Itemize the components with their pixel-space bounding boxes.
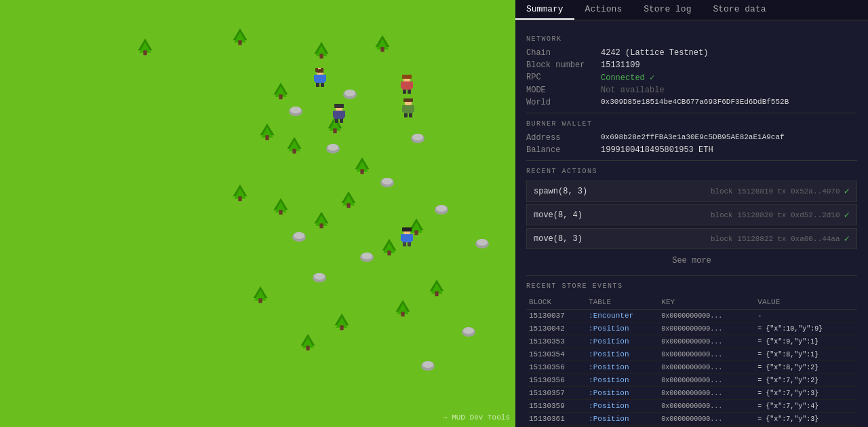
action-label-0: spawn(8, 3): [534, 187, 587, 196]
cell-value-0: -: [755, 310, 857, 322]
svg-rect-110: [402, 105, 405, 112]
svg-rect-116: [402, 234, 412, 242]
divider-3: [526, 275, 857, 276]
svg-rect-119: [403, 242, 406, 246]
svg-point-77: [294, 232, 304, 239]
cell-key-5: 0x0000000000...: [658, 374, 755, 387]
cell-value-7: = {"x":7,"y":4}: [755, 400, 857, 413]
action-item-1: move(8, 4) block 15128820 tx 0xd52..2d10…: [526, 204, 857, 225]
rock-sprite: [420, 360, 435, 371]
svg-rect-2: [143, 50, 146, 55]
svg-rect-91: [316, 83, 319, 87]
action-check-0: ✓: [844, 185, 850, 197]
svg-rect-113: [409, 113, 412, 117]
svg-rect-17: [265, 135, 269, 140]
table-row: 15130354:Position0x0000000000...= {"x":8…: [526, 348, 857, 361]
action-tx-1: tx 0xd52..2d10: [777, 211, 840, 219]
recent-store-events-section-header: RECENT STORE EVENTS: [526, 282, 857, 290]
cell-key-7: 0x0000000000...: [658, 400, 755, 413]
svg-rect-112: [404, 113, 408, 117]
address-key: Address: [526, 133, 601, 143]
cell-block-6: 15130357: [526, 387, 586, 400]
svg-point-73: [477, 239, 488, 246]
tree-sprite: [271, 81, 290, 100]
svg-point-63: [328, 144, 338, 151]
mode-row: MODE Not available: [526, 86, 857, 95]
cell-block-0: 15130037: [526, 310, 586, 322]
cell-table-1: :Position: [586, 322, 658, 335]
world-value: 0x309D85e18514be4CB677a693F6DF3Ed6DdBf55…: [601, 98, 789, 107]
rock-sprite: [380, 177, 395, 187]
address-value: 0x698b28e2ffFBA3e1a30E9c5DB95AE82aE1A9ca…: [601, 133, 785, 143]
tree-sprite: [332, 312, 351, 331]
svg-rect-102: [334, 111, 344, 119]
action-label-2: move(8, 3): [534, 234, 583, 244]
store-events-table: BLOCK TABLE KEY VALUE 15130037:Encounter…: [526, 295, 857, 427]
action-block-0: block 15128819: [711, 187, 773, 196]
tab-store-data[interactable]: Store data: [702, 0, 776, 20]
block-key: Block number: [526, 60, 601, 70]
character-sprite: [400, 98, 416, 117]
action-tx-2: tx 0xa00..44aa: [777, 235, 840, 243]
cell-value-2: = {"x":9,"y":1}: [755, 335, 857, 348]
col-key: KEY: [658, 295, 755, 310]
svg-rect-32: [279, 210, 282, 215]
table-row: 15130359:Position0x0000000000...= {"x":7…: [526, 400, 857, 413]
tab-store-log[interactable]: Store log: [633, 0, 702, 20]
cell-table-4: :Position: [586, 361, 658, 374]
table-row: 15130037:Encounter0x0000000000...-: [526, 310, 857, 322]
svg-rect-95: [402, 81, 412, 90]
tab-summary[interactable]: Summary: [515, 0, 574, 20]
cell-key-0: 0x0000000000...: [658, 310, 755, 322]
divider-1: [526, 113, 857, 113]
action-label-1: move(8, 4): [534, 210, 583, 220]
svg-rect-97: [410, 81, 413, 88]
rock-sprite: [288, 105, 303, 116]
svg-rect-5: [238, 40, 241, 45]
cell-block-4: 15130356: [526, 361, 586, 374]
events-table-header-row: BLOCK TABLE KEY VALUE: [526, 295, 857, 310]
tree-sprite: [312, 41, 331, 60]
action-meta-2: block 15128822 tx 0xa00..44aa ✓: [711, 233, 850, 244]
tree-sprite: [373, 34, 392, 53]
cell-key-1: 0x0000000000...: [658, 322, 755, 335]
action-item-0: spawn(8, 3) block 15128819 tx 0x52a..407…: [526, 181, 857, 202]
tree-sprite: [353, 156, 372, 175]
rock-sprite: [326, 143, 340, 153]
action-check-2: ✓: [844, 233, 850, 244]
rock-sprite: [342, 88, 357, 99]
network-section-header: NETWORK: [526, 35, 857, 43]
rpc-value: Connected ✓: [601, 73, 654, 83]
table-row: 15130356:Position0x0000000000...= {"x":7…: [526, 374, 857, 387]
cell-value-8: = {"x":7,"y":3}: [755, 413, 857, 426]
svg-point-69: [412, 134, 423, 141]
mode-value: Not available: [601, 86, 665, 95]
svg-point-79: [463, 327, 474, 334]
table-row: 15130357:Position0x0000000000...= {"x":7…: [526, 387, 857, 400]
tree-sprite: [312, 210, 331, 229]
cell-table-2: :Position: [586, 335, 658, 348]
cell-table-5: :Position: [586, 374, 658, 387]
tab-bar: Summary Actions Store log Store data: [515, 0, 868, 20]
cell-value-1: = {"x":10,"y":9}: [755, 322, 857, 335]
svg-rect-103: [333, 111, 336, 117]
svg-rect-23: [333, 128, 336, 133]
svg-rect-117: [401, 234, 403, 241]
tab-actions[interactable]: Actions: [574, 0, 633, 20]
cell-table-0: :Encounter: [586, 310, 658, 322]
cell-block-8: 15130361: [526, 413, 586, 426]
tree-sprite: [231, 183, 250, 202]
svg-point-75: [361, 253, 372, 259]
svg-point-65: [344, 90, 355, 96]
panel-content: NETWORK Chain 4242 (Lattice Testnet) Blo…: [515, 20, 868, 427]
recent-actions-see-more[interactable]: See more: [526, 252, 857, 270]
col-table: TABLE: [586, 295, 658, 310]
svg-rect-41: [387, 250, 391, 255]
world-row: World 0x309D85e18514be4CB677a693F6DF3Ed6…: [526, 98, 857, 107]
cell-table-7: :Position: [586, 400, 658, 413]
svg-rect-104: [342, 111, 345, 117]
svg-rect-8: [279, 94, 282, 99]
table-row: 15130042:Position0x0000000000...= {"x":1…: [526, 322, 857, 335]
svg-rect-11: [319, 54, 323, 58]
cell-block-2: 15130353: [526, 335, 586, 348]
